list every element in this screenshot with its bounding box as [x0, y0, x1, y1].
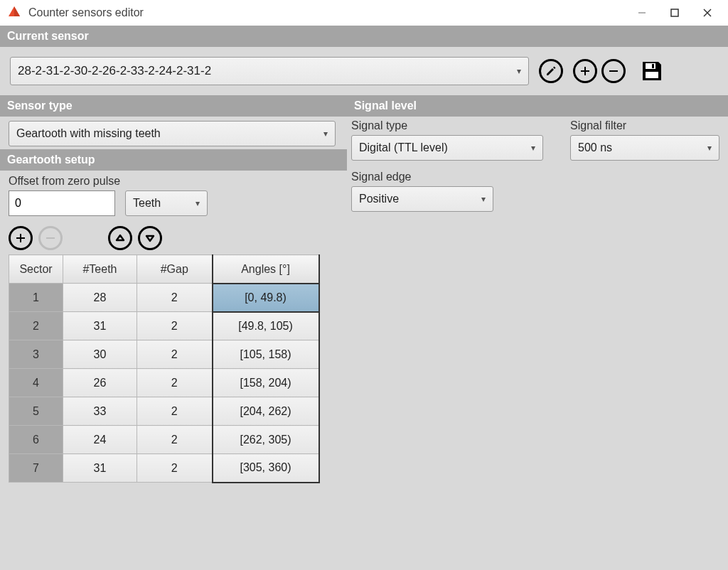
- offset-label: Offset from zero pulse: [9, 175, 338, 188]
- svg-rect-6: [609, 70, 618, 72]
- edit-sensor-button[interactable]: [539, 59, 563, 83]
- remove-sensor-button[interactable]: [601, 59, 626, 83]
- svg-rect-10: [46, 237, 55, 239]
- save-button[interactable]: [640, 59, 664, 83]
- window-title: Counter sensors editor: [28, 6, 144, 19]
- add-row-button[interactable]: [9, 226, 33, 250]
- cell-sector[interactable]: 6: [9, 426, 63, 454]
- cell-sector[interactable]: 5: [9, 397, 63, 426]
- chevron-down-icon: ▾: [517, 66, 521, 76]
- col-angles[interactable]: Angles [°]: [213, 255, 319, 284]
- table-row[interactable]: 7312[305, 360): [9, 454, 319, 483]
- section-header-sensor-type: Sensor type: [0, 95, 347, 117]
- cell-teeth[interactable]: 28: [63, 284, 137, 312]
- cell-gap[interactable]: 2: [137, 369, 213, 397]
- cell-angles[interactable]: [204, 262): [213, 397, 319, 426]
- chevron-down-icon: ▾: [531, 143, 535, 153]
- cell-sector[interactable]: 3: [9, 340, 63, 369]
- cell-angles[interactable]: [105, 158): [213, 340, 319, 369]
- chevron-down-icon: ▾: [481, 194, 486, 204]
- move-row-up-button[interactable]: [108, 226, 132, 250]
- move-row-down-button[interactable]: [138, 226, 162, 250]
- current-sensor-select[interactable]: 28-2-31-2-30-2-26-2-33-2-24-2-31-2 ▾: [10, 57, 529, 85]
- cell-angles[interactable]: [262, 305): [213, 426, 319, 454]
- offset-value-input[interactable]: [9, 190, 115, 216]
- section-header-signal-level: Signal level: [347, 95, 728, 117]
- chevron-down-icon: ▾: [323, 129, 328, 139]
- cell-teeth[interactable]: 31: [63, 454, 137, 483]
- cell-gap[interactable]: 2: [137, 312, 213, 340]
- col-sector[interactable]: Sector: [9, 255, 63, 284]
- signal-edge-label: Signal edge: [351, 171, 557, 183]
- svg-marker-1: [14, 6, 20, 16]
- geartooth-table[interactable]: Sector #Teeth #Gap Angles [°] 1282[0, 49…: [9, 254, 320, 483]
- add-sensor-button[interactable]: [573, 59, 597, 83]
- signal-filter-label: Signal filter: [570, 119, 719, 132]
- signal-type-select[interactable]: Digital (TTL level) ▾: [351, 135, 543, 161]
- window-minimize-button[interactable]: [626, 0, 658, 26]
- signal-filter-select[interactable]: 500 ns ▾: [570, 135, 719, 161]
- remove-row-button: [38, 226, 63, 250]
- cell-gap[interactable]: 2: [137, 454, 213, 483]
- cell-angles[interactable]: [49.8, 105): [213, 312, 319, 340]
- section-header-geartooth-setup: Geartooth setup: [0, 149, 347, 171]
- cell-teeth[interactable]: 24: [63, 426, 137, 454]
- current-sensor-value: 28-2-31-2-30-2-26-2-33-2-24-2-31-2: [18, 64, 211, 78]
- cell-gap[interactable]: 2: [137, 397, 213, 426]
- table-row[interactable]: 1282[0, 49.8): [9, 284, 319, 312]
- cell-angles[interactable]: [305, 360): [213, 454, 319, 483]
- col-gap[interactable]: #Gap: [137, 255, 213, 284]
- cell-teeth[interactable]: 30: [63, 340, 137, 369]
- table-row[interactable]: 4262[158, 204): [9, 369, 319, 397]
- table-row[interactable]: 3302[105, 158): [9, 340, 319, 369]
- cell-sector[interactable]: 7: [9, 454, 63, 483]
- svg-rect-3: [671, 9, 678, 16]
- table-row[interactable]: 6242[262, 305): [9, 426, 319, 454]
- cell-teeth[interactable]: 33: [63, 397, 137, 426]
- cell-angles[interactable]: [0, 49.8): [213, 284, 319, 312]
- cell-teeth[interactable]: 26: [63, 369, 137, 397]
- cell-gap[interactable]: 2: [137, 284, 213, 312]
- col-teeth[interactable]: #Teeth: [63, 255, 137, 284]
- cell-teeth[interactable]: 31: [63, 312, 137, 340]
- signal-edge-select[interactable]: Positive ▾: [351, 186, 493, 212]
- window-maximize-button[interactable]: [658, 0, 691, 26]
- cell-angles[interactable]: [158, 204): [213, 369, 319, 397]
- section-header-current-sensor: Current sensor: [0, 26, 728, 47]
- chevron-down-icon: ▾: [196, 198, 200, 208]
- sensor-type-select[interactable]: Geartooth with missing teeth ▾: [9, 121, 336, 146]
- table-row[interactable]: 5332[204, 262): [9, 397, 319, 426]
- cell-sector[interactable]: 1: [9, 284, 63, 312]
- chevron-down-icon: ▾: [707, 143, 712, 153]
- svg-rect-8: [652, 64, 654, 68]
- window-titlebar: Counter sensors editor: [0, 0, 728, 26]
- app-logo-icon: [7, 5, 21, 21]
- offset-unit-select[interactable]: Teeth ▾: [125, 190, 208, 216]
- cell-gap[interactable]: 2: [137, 426, 213, 454]
- cell-gap[interactable]: 2: [137, 340, 213, 369]
- svg-rect-9: [646, 72, 658, 78]
- cell-sector[interactable]: 4: [9, 369, 63, 397]
- cell-sector[interactable]: 2: [9, 312, 63, 340]
- signal-type-label: Signal type: [351, 119, 557, 132]
- table-row[interactable]: 2312[49.8, 105): [9, 312, 319, 340]
- window-close-button[interactable]: [691, 0, 724, 26]
